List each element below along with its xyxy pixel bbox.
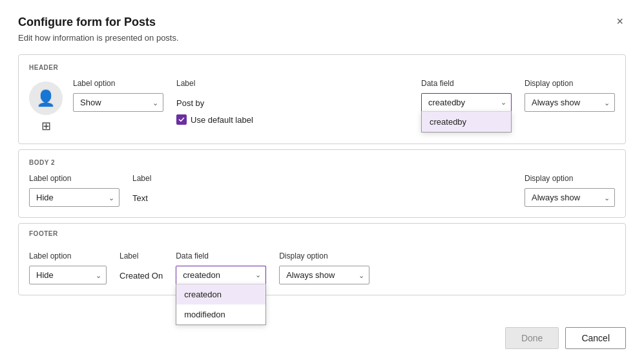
header-data-field-select-wrapper: createdby ⌄ [421, 93, 512, 111]
footer-label-value: Created On [119, 271, 163, 281]
dialog-footer: Done Cancel [18, 327, 626, 349]
footer-dropdown-item-modifiedon[interactable]: modifiedon [176, 304, 265, 325]
dialog-subtitle: Edit how information is presented on pos… [18, 33, 626, 43]
header-display-option-select-wrapper: Always show Hide ⌄ [525, 93, 615, 112]
footer-data-field-group: Data field createdon modifiedon ⌄ create [176, 251, 266, 284]
footer-dropdown-item-createdon[interactable]: createdon [176, 284, 265, 304]
footer-label-option-label: Label option [29, 251, 107, 261]
body2-display-option-label: Display option [525, 174, 615, 183]
footer-label-col-label: Label [119, 251, 163, 261]
header-label-group: Label Post by Use default label [176, 79, 253, 125]
header-dropdown-item-createdby[interactable]: createdby [422, 112, 511, 132]
header-label-col-label: Label [176, 79, 253, 88]
body2-label-option-group: Label option Show Hide ⌄ [29, 174, 119, 207]
footer-body: Label option Show Hide ⌄ Label Created O [19, 245, 625, 295]
footer-label-option-select-wrapper: Show Hide ⌄ [29, 266, 107, 284]
header-label-option-select-wrapper: Show Hide ⌄ [73, 93, 163, 112]
footer-display-option-label: Display option [279, 251, 369, 261]
body2-fields-row: Label option Show Hide ⌄ Label Text [29, 174, 615, 207]
body2-display-option-select[interactable]: Always show Hide [525, 188, 615, 207]
avatar: 👤 [29, 81, 63, 115]
close-button[interactable]: × [614, 16, 626, 27]
footer-data-field-select-wrapper: createdon modifiedon ⌄ [176, 266, 266, 284]
grid-icon[interactable]: ⊞ [41, 119, 51, 133]
footer-fields-row: Label option Show Hide ⌄ Label Created O [29, 251, 615, 284]
footer-label-option-group: Label option Show Hide ⌄ [29, 251, 107, 284]
use-default-label-checkbox[interactable] [176, 114, 187, 125]
header-section-label: HEADER [29, 64, 615, 71]
footer-section-card: FOOTER Label option Show Hide ⌄ [18, 223, 626, 295]
dialog-header: Configure form for Posts × [18, 16, 626, 29]
done-button[interactable]: Done [505, 327, 559, 349]
body2-label-option-select-wrapper: Show Hide ⌄ [29, 188, 119, 207]
header-display-option-group: Display option Always show Hide ⌄ [525, 79, 615, 112]
header-section-inner: 👤 ⊞ Label option Show Hide [29, 79, 615, 133]
header-data-field-select[interactable]: createdby [421, 93, 512, 111]
header-data-field-label: Data field [421, 79, 512, 88]
header-display-option-label: Display option [525, 79, 615, 88]
configure-form-dialog: Configure form for Posts × Edit how info… [0, 0, 644, 362]
header-avatar-col: 👤 ⊞ [29, 79, 63, 133]
header-label-option-select[interactable]: Show Hide [73, 93, 163, 112]
content-area: HEADER 👤 ⊞ Label option [18, 54, 626, 318]
header-label-value: Post by [176, 98, 253, 108]
header-label-option-label: Label option [73, 79, 163, 88]
body2-label-group: Label Text [132, 174, 151, 203]
header-data-field-dropdown-menu: createdby [421, 111, 512, 133]
dialog-title: Configure form for Posts [18, 16, 156, 29]
header-data-field-group: Data field createdby ⌄ createdby [421, 79, 512, 111]
header-display-option-select[interactable]: Always show Hide [525, 93, 615, 112]
footer-label-option-select[interactable]: Show Hide [29, 266, 107, 284]
body2-display-option-group: Display option Always show Hide ⌄ [525, 174, 615, 207]
body2-label-option-select[interactable]: Show Hide [29, 188, 119, 207]
footer-section-label: FOOTER [29, 230, 615, 237]
header-section-card: HEADER 👤 ⊞ Label option [18, 54, 626, 144]
header-checkbox-row: Use default label [176, 114, 253, 125]
header-label-option-group: Label option Show Hide ⌄ [73, 79, 163, 112]
footer-label-group: Label Created On [119, 251, 163, 281]
footer-display-option-group: Display option Always show Hide ⌄ [279, 251, 369, 284]
footer-data-field-dropdown-menu: createdon modifiedon [176, 284, 266, 325]
body2-display-option-select-wrapper: Always show Hide ⌄ [525, 188, 615, 207]
footer-display-option-select[interactable]: Always show Hide [279, 266, 369, 284]
use-default-label-text: Use default label [191, 115, 253, 125]
body2-label-option-label: Label option [29, 174, 119, 183]
body2-label-col-label: Label [132, 174, 151, 183]
header-data-field-dropdown-container: createdby ⌄ createdby [421, 93, 512, 111]
footer-data-field-label: Data field [176, 251, 266, 261]
footer-data-field-select[interactable]: createdon modifiedon [176, 266, 266, 284]
cancel-button[interactable]: Cancel [565, 327, 626, 349]
body2-label-value: Text [132, 193, 151, 203]
body2-section-label: BODY 2 [29, 159, 615, 166]
person-icon: 👤 [36, 89, 56, 107]
body2-section-card: BODY 2 Label option Show Hide ⌄ Label [18, 149, 626, 218]
footer-data-field-dropdown-container: createdon modifiedon ⌄ createdon modifie… [176, 266, 266, 284]
header-fields-row: Label option Show Hide ⌄ Label Post by [73, 79, 615, 125]
footer-display-option-select-wrapper: Always show Hide ⌄ [279, 266, 369, 284]
footer-header: FOOTER [19, 224, 625, 237]
